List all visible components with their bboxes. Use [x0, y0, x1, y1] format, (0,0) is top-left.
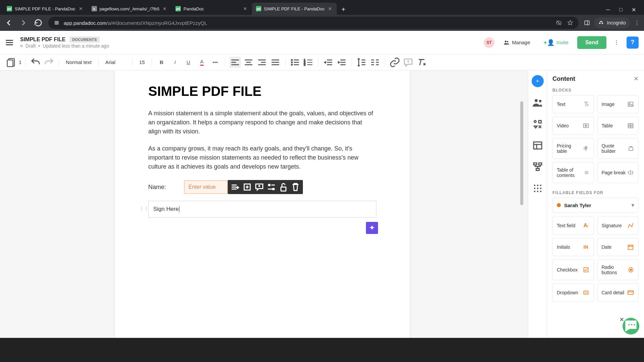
field-dropdown[interactable]: Dropdown	[552, 284, 594, 302]
variables-icon[interactable]	[532, 118, 544, 130]
redo-button[interactable]	[43, 57, 55, 68]
field-comment-icon[interactable]	[253, 181, 265, 193]
browser-tab[interactable]: pd PandaDoc ✕	[171, 3, 252, 15]
text-block[interactable]: ⋮⋮ Sign Here ✦	[148, 201, 376, 218]
block-text[interactable]: Text	[552, 95, 594, 113]
canvas-area[interactable]: SIMPLE PDF FILE A mission statement is a…	[0, 70, 528, 338]
send-button[interactable]: Send	[577, 36, 606, 49]
new-tab-button[interactable]: +	[338, 4, 349, 15]
manage-button[interactable]: Manage	[498, 37, 535, 49]
field-initials[interactable]: InitialsIN	[552, 238, 594, 256]
indent-button[interactable]	[336, 57, 347, 68]
tab-close-icon[interactable]: ✕	[162, 6, 167, 11]
document-heading[interactable]: SIMPLE PDF FILE	[148, 84, 376, 99]
block-quote-builder[interactable]: Quote builder	[597, 138, 639, 159]
eye-off-icon[interactable]	[556, 20, 562, 26]
panel-close-icon[interactable]: ✕	[634, 75, 639, 82]
browser-menu-icon[interactable]: ⋮	[634, 20, 640, 26]
field-assign-icon[interactable]	[229, 181, 241, 193]
apps-icon[interactable]	[532, 182, 544, 194]
block-image[interactable]: Image	[597, 95, 639, 113]
field-radio-buttons[interactable]: Radio buttons	[597, 259, 639, 280]
document-page[interactable]: SIMPLE PDF FILE A mission statement is a…	[115, 70, 410, 338]
outdent-button[interactable]	[323, 57, 334, 68]
comment-button[interactable]	[402, 57, 414, 68]
field-text-field[interactable]: Text fieldA|	[552, 217, 594, 235]
star-icon[interactable]	[567, 20, 573, 26]
text-color-button[interactable]: A	[196, 57, 208, 68]
minimize-icon[interactable]: ─	[606, 7, 610, 12]
close-window-icon[interactable]: ✕	[631, 7, 636, 12]
align-justify-button[interactable]	[270, 57, 281, 68]
reload-button[interactable]	[34, 18, 43, 27]
workflow-icon[interactable]	[532, 161, 544, 173]
add-content-button[interactable]: +	[532, 75, 544, 87]
layout-icon[interactable]	[532, 139, 544, 152]
forward-button[interactable]	[19, 18, 28, 27]
italic-button[interactable]: I	[169, 57, 181, 68]
block-table[interactable]: Table	[597, 117, 639, 135]
tab-close-icon[interactable]: ✕	[327, 6, 333, 11]
scrollbar-vertical[interactable]	[520, 101, 523, 205]
block-video[interactable]: Video	[552, 117, 594, 135]
incognito-label: Incognito	[607, 20, 626, 25]
doc-info: SIMPLE PDF FILE DOCUMENTS Draft • Update…	[20, 37, 478, 49]
bold-button[interactable]: B	[156, 57, 167, 68]
back-button[interactable]	[4, 18, 13, 27]
help-button[interactable]: ?	[627, 37, 639, 49]
address-bar[interactable]: app.pandadoc.com/a/#/documents/XNpzmyuRG…	[48, 17, 579, 29]
paragraph[interactable]: A mission statement is a simple statemen…	[148, 109, 376, 136]
more-formatting-button[interactable]: •••	[210, 57, 221, 68]
block-pricing-table[interactable]: Pricing table	[552, 138, 594, 159]
align-center-button[interactable]	[243, 57, 254, 68]
align-left-button[interactable]	[229, 57, 241, 68]
browser-tab[interactable]: ● pageflows.com/_/emails/_/7fb5 ✕	[88, 3, 171, 15]
field-settings-icon[interactable]	[265, 181, 277, 193]
favicon: pd	[175, 6, 181, 11]
field-duplicate-icon[interactable]	[241, 181, 253, 193]
add-block-button[interactable]: ✦	[366, 222, 378, 234]
block-table-of-contents[interactable]: Table of contents	[552, 162, 594, 183]
recipients-icon[interactable]	[532, 97, 544, 109]
field-delete-icon[interactable]	[289, 181, 302, 193]
recipient-select[interactable]: Sarah Tyler ▾	[552, 198, 639, 213]
columns-button[interactable]	[369, 57, 381, 68]
bullet-list-button[interactable]	[289, 57, 301, 68]
menu-button[interactable]	[4, 37, 15, 48]
text-field-placeholder[interactable]: Enter value	[184, 180, 228, 194]
more-options-button[interactable]: ⋮	[610, 37, 623, 49]
invite-button[interactable]: +👤 Invite	[539, 36, 573, 49]
text-style-select[interactable]: Normal text	[63, 58, 94, 66]
chat-button[interactable]	[623, 318, 639, 335]
line-spacing-button[interactable]	[356, 57, 367, 68]
block-page-break[interactable]: Page break	[597, 162, 639, 183]
field-date[interactable]: Date	[597, 238, 639, 256]
tab-close-icon[interactable]: ✕	[243, 6, 248, 11]
paragraph[interactable]: As a company grows, it may reach its ear…	[148, 144, 376, 171]
field-label[interactable]: Name:	[148, 184, 166, 191]
font-size-select[interactable]: 15	[137, 58, 148, 66]
panel-icon[interactable]	[584, 20, 590, 26]
field-unlock-icon[interactable]	[277, 181, 289, 193]
pages-button[interactable]	[5, 57, 17, 68]
underline-button[interactable]: U	[183, 57, 194, 68]
field-card-details[interactable]: Card detail	[597, 284, 639, 302]
link-button[interactable]	[389, 57, 400, 68]
browser-tab[interactable]: pd SIMPLE PDF FILE - PandaDoc ✕	[3, 3, 88, 15]
undo-button[interactable]	[30, 57, 41, 68]
site-settings-icon[interactable]	[54, 20, 60, 26]
clear-formatting-button[interactable]	[416, 57, 427, 68]
drag-handle-icon[interactable]: ⋮⋮	[139, 206, 149, 211]
section-label: BLOCKS	[552, 88, 639, 93]
font-family-select[interactable]: Arial	[103, 58, 128, 66]
align-right-button[interactable]	[256, 57, 268, 68]
incognito-badge[interactable]: Incognito	[594, 17, 630, 28]
tab-close-icon[interactable]: ✕	[78, 6, 84, 11]
field-signature[interactable]: Signature	[597, 217, 639, 235]
browser-tab-active[interactable]: pd SIMPLE PDF FILE - PandaDoc ✕	[252, 3, 337, 15]
numbered-list-button[interactable]: 123	[303, 57, 314, 68]
maximize-icon[interactable]: □	[619, 7, 623, 12]
user-avatar[interactable]: ST	[484, 37, 494, 48]
document-title[interactable]: SIMPLE PDF FILE	[20, 37, 65, 43]
field-checkbox[interactable]: Checkbox	[552, 259, 594, 280]
